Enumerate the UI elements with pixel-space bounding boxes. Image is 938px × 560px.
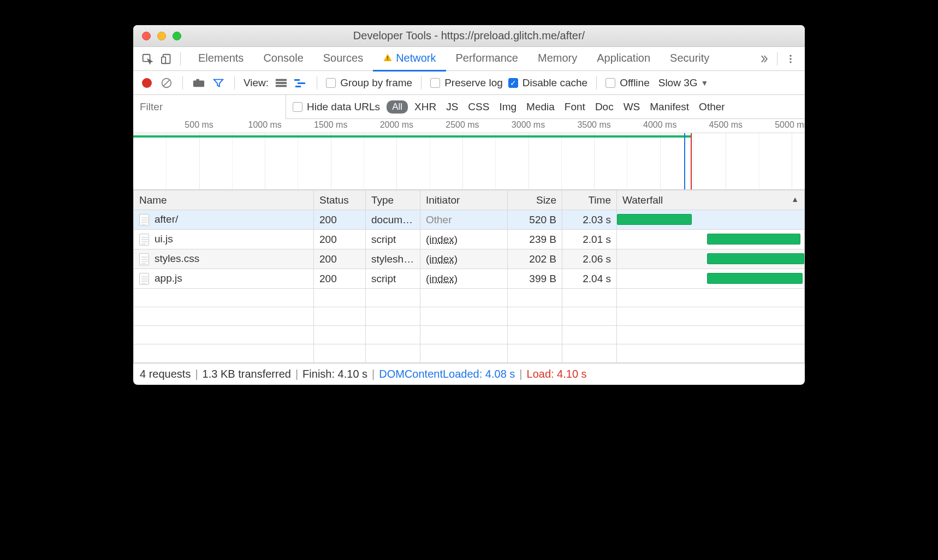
devtools-menu-button[interactable] xyxy=(781,49,800,69)
tab-label: Application xyxy=(597,52,650,64)
request-initiator[interactable]: (index) xyxy=(426,234,458,245)
view-label: View: xyxy=(244,77,269,89)
hide-data-urls-option[interactable]: Hide data URLs xyxy=(293,101,380,113)
inspect-element-icon[interactable] xyxy=(138,49,157,69)
checkbox[interactable] xyxy=(430,78,440,88)
request-status: 200 xyxy=(319,214,337,225)
request-size: 520 B xyxy=(529,214,556,225)
tab-elements[interactable]: Elements xyxy=(188,46,253,72)
tab-console[interactable]: Console xyxy=(253,46,313,72)
tab-sources[interactable]: Sources xyxy=(313,46,373,72)
overview-toggle-icon[interactable] xyxy=(294,76,308,90)
titlebar: Developer Tools - https://preload.glitch… xyxy=(133,25,805,47)
checkbox[interactable] xyxy=(508,78,518,88)
panel-tabs: ElementsConsoleSourcesNetworkPerformance… xyxy=(188,46,719,72)
tab-performance[interactable]: Performance xyxy=(446,46,529,72)
svg-point-7 xyxy=(789,61,791,63)
tab-security[interactable]: Security xyxy=(660,46,719,72)
divider xyxy=(596,76,597,90)
throttle-value: Slow 3G xyxy=(658,77,698,89)
column-type[interactable]: Type xyxy=(366,190,420,210)
record-button[interactable] xyxy=(140,76,154,90)
filter-type-xhr[interactable]: XHR xyxy=(414,101,436,113)
tab-label: Elements xyxy=(198,52,244,64)
tab-network[interactable]: Network xyxy=(373,46,446,72)
device-toggle-icon[interactable] xyxy=(157,49,177,69)
svg-line-9 xyxy=(163,79,170,86)
maximize-window-button[interactable] xyxy=(173,32,181,40)
status-finish: Finish: 4.10 s xyxy=(302,368,367,380)
request-row[interactable]: styles.css200stylesh…(index)202 B2.06 s xyxy=(134,249,805,269)
filter-type-other[interactable]: Other xyxy=(699,101,725,113)
filter-all-pill[interactable]: All xyxy=(387,100,408,114)
checkbox[interactable] xyxy=(326,78,336,88)
filter-type-font[interactable]: Font xyxy=(565,101,585,113)
minimize-window-button[interactable] xyxy=(157,32,166,40)
filter-type-media[interactable]: Media xyxy=(526,101,555,113)
svg-rect-15 xyxy=(294,79,300,81)
large-rows-icon[interactable] xyxy=(274,76,288,90)
waterfall-bar xyxy=(617,214,692,225)
status-load: Load: 4.10 s xyxy=(527,368,587,380)
group-by-frame-option[interactable]: Group by frame xyxy=(326,77,412,89)
svg-rect-13 xyxy=(276,82,287,84)
requests-table: Name Status Type Initiator Size Time Wat… xyxy=(133,190,805,363)
timeline-gridline xyxy=(331,133,331,189)
filter-input[interactable] xyxy=(133,95,286,119)
timeline-tick: 1000 ms xyxy=(248,120,281,130)
tab-application[interactable]: Application xyxy=(587,46,660,72)
network-toolbar: View: Group by frame Preserve log Disabl… xyxy=(133,71,805,95)
timeline-marker xyxy=(684,133,685,189)
timeline-tick: 5000 ms xyxy=(775,120,805,130)
column-time[interactable]: Time xyxy=(562,190,617,210)
close-window-button[interactable] xyxy=(142,32,151,40)
column-name[interactable]: Name xyxy=(134,190,314,210)
divider xyxy=(777,52,777,65)
request-row[interactable]: ui.js200script(index)239 B2.01 s xyxy=(134,230,805,249)
disable-cache-option[interactable]: Disable cache xyxy=(508,77,587,89)
window-title: Developer Tools - https://preload.glitch… xyxy=(133,29,805,42)
timeline-gridline xyxy=(396,133,397,189)
filter-type-ws[interactable]: WS xyxy=(624,101,640,113)
request-row[interactable]: after/200docum…Other520 B2.03 s xyxy=(134,210,805,230)
request-type: stylesh… xyxy=(371,253,414,265)
waterfall-bar xyxy=(707,273,803,284)
column-initiator[interactable]: Initiator xyxy=(420,190,508,210)
column-status[interactable]: Status xyxy=(314,190,366,210)
timeline-tick: 4000 ms xyxy=(643,120,676,130)
checkbox[interactable] xyxy=(293,102,302,112)
tab-memory[interactable]: Memory xyxy=(528,46,587,72)
timeline-gridline xyxy=(594,133,595,189)
preserve-log-option[interactable]: Preserve log xyxy=(430,77,503,89)
filter-type-img[interactable]: Img xyxy=(499,101,517,113)
request-row[interactable]: app.js200script(index)399 B2.04 s xyxy=(134,269,805,289)
timeline-overview[interactable]: 500 ms1000 ms1500 ms2000 ms2500 ms3000 m… xyxy=(133,119,805,190)
empty-row xyxy=(134,326,805,344)
column-waterfall[interactable]: Waterfall▲ xyxy=(617,190,805,210)
timeline-tick: 1500 ms xyxy=(314,120,347,130)
timeline-gridline xyxy=(660,133,661,189)
preserve-log-label: Preserve log xyxy=(444,77,503,89)
request-initiator[interactable]: (index) xyxy=(426,273,458,284)
filter-type-doc[interactable]: Doc xyxy=(595,101,614,113)
divider xyxy=(317,76,317,90)
filter-type-js[interactable]: JS xyxy=(446,101,458,113)
filter-type-css[interactable]: CSS xyxy=(468,101,489,113)
clear-button[interactable] xyxy=(159,76,174,90)
column-size[interactable]: Size xyxy=(508,190,562,210)
timeline-tick: 3000 ms xyxy=(512,120,545,130)
checkbox[interactable] xyxy=(605,78,615,88)
svg-rect-2 xyxy=(162,57,165,63)
timeline-gridline xyxy=(529,133,529,189)
request-name: styles.css xyxy=(155,253,199,264)
file-icon xyxy=(139,273,149,285)
throttle-select[interactable]: Slow 3G ▼ xyxy=(658,77,709,89)
request-initiator[interactable]: Other xyxy=(426,214,452,225)
overflow-tabs-button[interactable] xyxy=(754,49,774,69)
offline-option[interactable]: Offline xyxy=(605,77,650,89)
capture-screenshots-icon[interactable] xyxy=(192,76,206,90)
request-initiator[interactable]: (index) xyxy=(426,253,458,265)
filter-toggle-icon[interactable] xyxy=(211,76,225,90)
filter-type-manifest[interactable]: Manifest xyxy=(650,101,689,113)
request-name: app.js xyxy=(155,272,182,284)
